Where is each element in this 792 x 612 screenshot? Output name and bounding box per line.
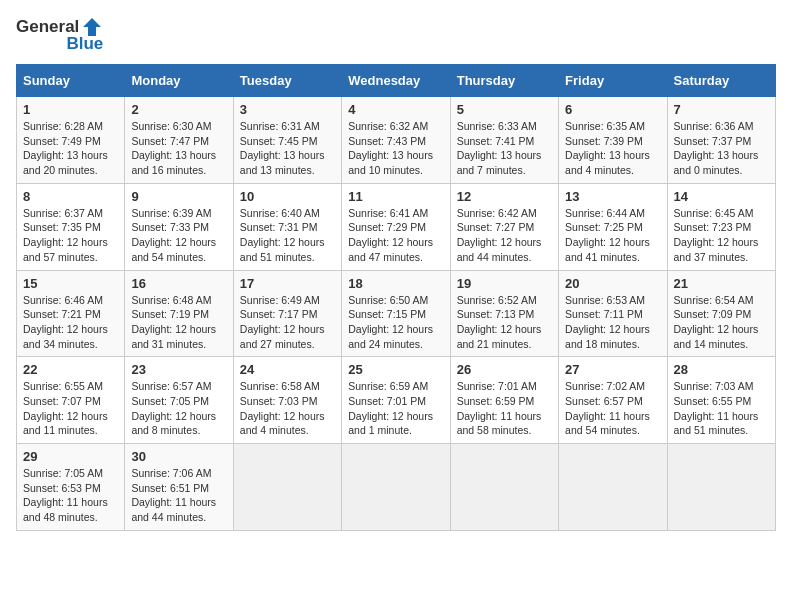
day-number: 11 (348, 189, 443, 204)
calendar-cell: 17 Sunrise: 6:49 AM Sunset: 7:17 PM Dayl… (233, 270, 341, 357)
day-info: Sunrise: 6:55 AM Sunset: 7:07 PM Dayligh… (23, 379, 118, 438)
day-number: 9 (131, 189, 226, 204)
day-info: Sunrise: 6:44 AM Sunset: 7:25 PM Dayligh… (565, 206, 660, 265)
day-number: 13 (565, 189, 660, 204)
day-number: 4 (348, 102, 443, 117)
weekday-header-saturday: Saturday (667, 65, 775, 97)
calendar-cell (667, 444, 775, 531)
calendar-cell: 9 Sunrise: 6:39 AM Sunset: 7:33 PM Dayli… (125, 183, 233, 270)
calendar-cell: 14 Sunrise: 6:45 AM Sunset: 7:23 PM Dayl… (667, 183, 775, 270)
weekday-header-thursday: Thursday (450, 65, 558, 97)
calendar-cell: 22 Sunrise: 6:55 AM Sunset: 7:07 PM Dayl… (17, 357, 125, 444)
day-info: Sunrise: 6:54 AM Sunset: 7:09 PM Dayligh… (674, 293, 769, 352)
day-number: 7 (674, 102, 769, 117)
day-number: 17 (240, 276, 335, 291)
day-number: 3 (240, 102, 335, 117)
calendar-cell: 25 Sunrise: 6:59 AM Sunset: 7:01 PM Dayl… (342, 357, 450, 444)
calendar-cell: 3 Sunrise: 6:31 AM Sunset: 7:45 PM Dayli… (233, 97, 341, 184)
day-number: 26 (457, 362, 552, 377)
calendar-cell: 26 Sunrise: 7:01 AM Sunset: 6:59 PM Dayl… (450, 357, 558, 444)
calendar-cell: 8 Sunrise: 6:37 AM Sunset: 7:35 PM Dayli… (17, 183, 125, 270)
calendar-cell (559, 444, 667, 531)
day-number: 29 (23, 449, 118, 464)
calendar-cell: 23 Sunrise: 6:57 AM Sunset: 7:05 PM Dayl… (125, 357, 233, 444)
calendar-cell: 29 Sunrise: 7:05 AM Sunset: 6:53 PM Dayl… (17, 444, 125, 531)
day-number: 19 (457, 276, 552, 291)
day-number: 2 (131, 102, 226, 117)
calendar-cell (450, 444, 558, 531)
day-info: Sunrise: 6:33 AM Sunset: 7:41 PM Dayligh… (457, 119, 552, 178)
day-info: Sunrise: 6:58 AM Sunset: 7:03 PM Dayligh… (240, 379, 335, 438)
day-info: Sunrise: 6:42 AM Sunset: 7:27 PM Dayligh… (457, 206, 552, 265)
day-info: Sunrise: 6:57 AM Sunset: 7:05 PM Dayligh… (131, 379, 226, 438)
day-info: Sunrise: 6:28 AM Sunset: 7:49 PM Dayligh… (23, 119, 118, 178)
day-number: 24 (240, 362, 335, 377)
day-number: 12 (457, 189, 552, 204)
day-number: 14 (674, 189, 769, 204)
calendar-cell: 11 Sunrise: 6:41 AM Sunset: 7:29 PM Dayl… (342, 183, 450, 270)
calendar-cell: 1 Sunrise: 6:28 AM Sunset: 7:49 PM Dayli… (17, 97, 125, 184)
calendar-cell: 16 Sunrise: 6:48 AM Sunset: 7:19 PM Dayl… (125, 270, 233, 357)
day-number: 23 (131, 362, 226, 377)
day-info: Sunrise: 6:50 AM Sunset: 7:15 PM Dayligh… (348, 293, 443, 352)
day-info: Sunrise: 7:02 AM Sunset: 6:57 PM Dayligh… (565, 379, 660, 438)
calendar-cell: 7 Sunrise: 6:36 AM Sunset: 7:37 PM Dayli… (667, 97, 775, 184)
day-info: Sunrise: 7:05 AM Sunset: 6:53 PM Dayligh… (23, 466, 118, 525)
calendar-cell: 12 Sunrise: 6:42 AM Sunset: 7:27 PM Dayl… (450, 183, 558, 270)
day-number: 1 (23, 102, 118, 117)
day-number: 16 (131, 276, 226, 291)
calendar: SundayMondayTuesdayWednesdayThursdayFrid… (16, 64, 776, 531)
calendar-cell: 6 Sunrise: 6:35 AM Sunset: 7:39 PM Dayli… (559, 97, 667, 184)
calendar-cell: 28 Sunrise: 7:03 AM Sunset: 6:55 PM Dayl… (667, 357, 775, 444)
calendar-cell: 4 Sunrise: 6:32 AM Sunset: 7:43 PM Dayli… (342, 97, 450, 184)
weekday-header-sunday: Sunday (17, 65, 125, 97)
day-info: Sunrise: 6:45 AM Sunset: 7:23 PM Dayligh… (674, 206, 769, 265)
calendar-cell: 21 Sunrise: 6:54 AM Sunset: 7:09 PM Dayl… (667, 270, 775, 357)
day-info: Sunrise: 6:39 AM Sunset: 7:33 PM Dayligh… (131, 206, 226, 265)
calendar-cell: 5 Sunrise: 6:33 AM Sunset: 7:41 PM Dayli… (450, 97, 558, 184)
day-info: Sunrise: 6:35 AM Sunset: 7:39 PM Dayligh… (565, 119, 660, 178)
calendar-cell (233, 444, 341, 531)
day-info: Sunrise: 6:48 AM Sunset: 7:19 PM Dayligh… (131, 293, 226, 352)
day-info: Sunrise: 6:59 AM Sunset: 7:01 PM Dayligh… (348, 379, 443, 438)
day-number: 30 (131, 449, 226, 464)
day-info: Sunrise: 6:41 AM Sunset: 7:29 PM Dayligh… (348, 206, 443, 265)
day-info: Sunrise: 6:40 AM Sunset: 7:31 PM Dayligh… (240, 206, 335, 265)
calendar-cell: 20 Sunrise: 6:53 AM Sunset: 7:11 PM Dayl… (559, 270, 667, 357)
weekday-header-wednesday: Wednesday (342, 65, 450, 97)
day-info: Sunrise: 6:36 AM Sunset: 7:37 PM Dayligh… (674, 119, 769, 178)
day-info: Sunrise: 6:30 AM Sunset: 7:47 PM Dayligh… (131, 119, 226, 178)
day-number: 18 (348, 276, 443, 291)
day-number: 6 (565, 102, 660, 117)
day-number: 20 (565, 276, 660, 291)
calendar-cell: 24 Sunrise: 6:58 AM Sunset: 7:03 PM Dayl… (233, 357, 341, 444)
calendar-cell: 13 Sunrise: 6:44 AM Sunset: 7:25 PM Dayl… (559, 183, 667, 270)
day-info: Sunrise: 6:49 AM Sunset: 7:17 PM Dayligh… (240, 293, 335, 352)
weekday-header-friday: Friday (559, 65, 667, 97)
calendar-cell: 19 Sunrise: 6:52 AM Sunset: 7:13 PM Dayl… (450, 270, 558, 357)
day-info: Sunrise: 7:03 AM Sunset: 6:55 PM Dayligh… (674, 379, 769, 438)
calendar-cell: 18 Sunrise: 6:50 AM Sunset: 7:15 PM Dayl… (342, 270, 450, 357)
day-number: 22 (23, 362, 118, 377)
day-info: Sunrise: 7:01 AM Sunset: 6:59 PM Dayligh… (457, 379, 552, 438)
day-number: 5 (457, 102, 552, 117)
day-info: Sunrise: 6:46 AM Sunset: 7:21 PM Dayligh… (23, 293, 118, 352)
calendar-cell: 30 Sunrise: 7:06 AM Sunset: 6:51 PM Dayl… (125, 444, 233, 531)
calendar-cell: 10 Sunrise: 6:40 AM Sunset: 7:31 PM Dayl… (233, 183, 341, 270)
day-number: 28 (674, 362, 769, 377)
calendar-cell (342, 444, 450, 531)
logo: General Blue (16, 16, 103, 54)
day-info: Sunrise: 6:31 AM Sunset: 7:45 PM Dayligh… (240, 119, 335, 178)
day-number: 8 (23, 189, 118, 204)
calendar-cell: 27 Sunrise: 7:02 AM Sunset: 6:57 PM Dayl… (559, 357, 667, 444)
day-info: Sunrise: 6:53 AM Sunset: 7:11 PM Dayligh… (565, 293, 660, 352)
day-info: Sunrise: 6:52 AM Sunset: 7:13 PM Dayligh… (457, 293, 552, 352)
day-number: 27 (565, 362, 660, 377)
weekday-header-tuesday: Tuesday (233, 65, 341, 97)
day-info: Sunrise: 6:32 AM Sunset: 7:43 PM Dayligh… (348, 119, 443, 178)
day-info: Sunrise: 6:37 AM Sunset: 7:35 PM Dayligh… (23, 206, 118, 265)
logo-blue: Blue (66, 34, 103, 54)
day-info: Sunrise: 7:06 AM Sunset: 6:51 PM Dayligh… (131, 466, 226, 525)
weekday-header-monday: Monday (125, 65, 233, 97)
day-number: 21 (674, 276, 769, 291)
